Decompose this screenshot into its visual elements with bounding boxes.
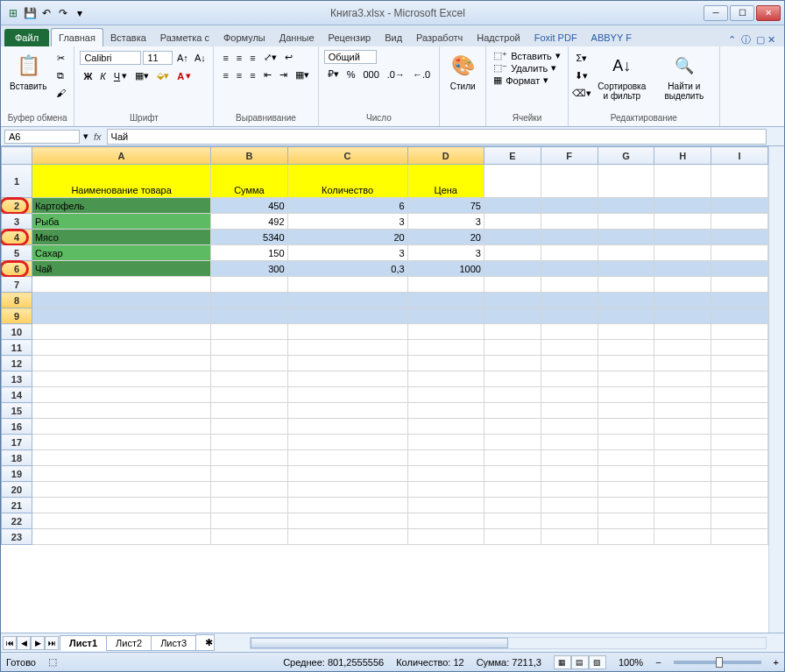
increase-font-icon[interactable]: A↑ [174, 50, 190, 66]
cell-D8[interactable] [407, 293, 484, 308]
cell-A14[interactable] [32, 387, 210, 403]
cell-I1[interactable] [711, 165, 768, 198]
cell-F6[interactable] [541, 261, 598, 277]
row-header-9[interactable]: 9 [2, 308, 32, 324]
cell-A11[interactable] [32, 340, 210, 356]
row-header-4[interactable]: 4 [2, 230, 32, 245]
cell-H13[interactable] [654, 371, 711, 387]
cell-E22[interactable] [484, 513, 541, 529]
cell-B7[interactable] [211, 277, 287, 293]
cell-F2[interactable] [541, 198, 598, 214]
cell-D7[interactable] [407, 277, 484, 293]
cell-H23[interactable] [654, 529, 711, 545]
styles-button[interactable]: 🎨 Стили [445, 50, 480, 93]
cell-G13[interactable] [598, 371, 654, 387]
cell-I6[interactable] [711, 261, 768, 277]
zoom-level[interactable]: 100% [619, 657, 643, 668]
italic-button[interactable]: К [96, 68, 109, 83]
cell-F23[interactable] [541, 529, 598, 545]
increase-decimal-icon[interactable]: .0→ [384, 67, 408, 81]
help-icon[interactable]: ⓘ [741, 33, 751, 46]
cell-D2[interactable]: 75 [407, 198, 484, 214]
undo-icon[interactable]: ↶ [39, 6, 53, 20]
row-header-3[interactable]: 3 [2, 214, 32, 230]
cut-icon[interactable]: ✂ [53, 50, 68, 66]
cell-H3[interactable] [654, 214, 711, 230]
cell-B13[interactable] [211, 371, 287, 387]
cell-G16[interactable] [598, 419, 654, 435]
row-header-18[interactable]: 18 [2, 450, 32, 466]
tab-layout[interactable]: Разметка с [153, 29, 216, 46]
vertical-scrollbar[interactable] [768, 146, 784, 633]
clear-icon[interactable]: ⌫▾ [574, 85, 590, 101]
cell-D21[interactable] [407, 498, 484, 513]
cell-G7[interactable] [598, 277, 654, 293]
cell-H17[interactable] [654, 435, 711, 450]
cell-A5[interactable]: Сахар [32, 245, 210, 261]
cell-A20[interactable] [32, 482, 210, 498]
number-format-select[interactable]: Общий [324, 50, 377, 64]
tab-addins[interactable]: Надстрой [470, 29, 527, 46]
cell-C8[interactable] [287, 293, 407, 308]
cell-D11[interactable] [407, 340, 484, 356]
qat-more-icon[interactable]: ▾ [73, 6, 87, 20]
paste-button[interactable]: 📋 Вставить [6, 50, 50, 93]
cell-I11[interactable] [711, 340, 768, 356]
cell-A9[interactable] [32, 308, 210, 324]
cell-B12[interactable] [211, 356, 287, 371]
cell-G4[interactable] [598, 230, 654, 245]
cell-C9[interactable] [287, 308, 407, 324]
cell-C2[interactable]: 6 [287, 198, 407, 214]
currency-icon[interactable]: ₽▾ [324, 67, 343, 81]
cell-H21[interactable] [654, 498, 711, 513]
cell-I2[interactable] [711, 198, 768, 214]
cell-B23[interactable] [211, 529, 287, 545]
cell-G5[interactable] [598, 245, 654, 261]
zoom-out-button[interactable]: − [655, 657, 661, 668]
cell-A6[interactable]: Чай [32, 261, 210, 277]
cell-B11[interactable] [211, 340, 287, 356]
cell-D1[interactable]: Цена [407, 165, 484, 198]
cell-H14[interactable] [654, 387, 711, 403]
row-header-8[interactable]: 8 [2, 293, 32, 308]
cell-C10[interactable] [287, 324, 407, 340]
cell-G9[interactable] [598, 308, 654, 324]
comma-icon[interactable]: 000 [359, 67, 382, 81]
cell-C4[interactable]: 20 [287, 230, 407, 245]
underline-button[interactable]: Ч▾ [110, 68, 131, 83]
tab-abbyy[interactable]: ABBYY F [584, 29, 639, 46]
cell-I23[interactable] [711, 529, 768, 545]
col-header-B[interactable]: B [211, 147, 287, 165]
cell-D10[interactable] [407, 324, 484, 340]
insert-cells-button[interactable]: ⬚⁺Вставить▾ [492, 50, 562, 61]
row-header-19[interactable]: 19 [2, 466, 32, 482]
fx-icon[interactable]: fx [88, 131, 107, 142]
cell-C6[interactable]: 0,3 [287, 261, 407, 277]
delete-cells-button[interactable]: ⬚⁻Удалить▾ [492, 62, 562, 74]
cell-B17[interactable] [211, 435, 287, 450]
cell-G3[interactable] [598, 214, 654, 230]
cell-A15[interactable] [32, 403, 210, 419]
cell-B18[interactable] [211, 450, 287, 466]
cell-E6[interactable] [484, 261, 541, 277]
cell-E16[interactable] [484, 419, 541, 435]
cell-C20[interactable] [287, 482, 407, 498]
cell-F19[interactable] [541, 466, 598, 482]
fill-icon[interactable]: ⬇▾ [574, 67, 590, 83]
row-header-14[interactable]: 14 [2, 387, 32, 403]
cell-I8[interactable] [711, 293, 768, 308]
cell-A1[interactable]: Наименование товара [32, 165, 210, 198]
cell-C5[interactable]: 3 [287, 245, 407, 261]
row-header-23[interactable]: 23 [2, 529, 32, 545]
cell-F15[interactable] [541, 403, 598, 419]
col-header-F[interactable]: F [541, 147, 598, 165]
cell-I14[interactable] [711, 387, 768, 403]
cell-D22[interactable] [407, 513, 484, 529]
cell-G1[interactable] [598, 165, 654, 198]
cell-B19[interactable] [211, 466, 287, 482]
cell-E7[interactable] [484, 277, 541, 293]
cell-G10[interactable] [598, 324, 654, 340]
tab-nav-prev[interactable]: ◀ [17, 636, 31, 650]
decrease-font-icon[interactable]: A↓ [192, 50, 208, 66]
wrap-text-icon[interactable]: ↩ [281, 50, 296, 65]
